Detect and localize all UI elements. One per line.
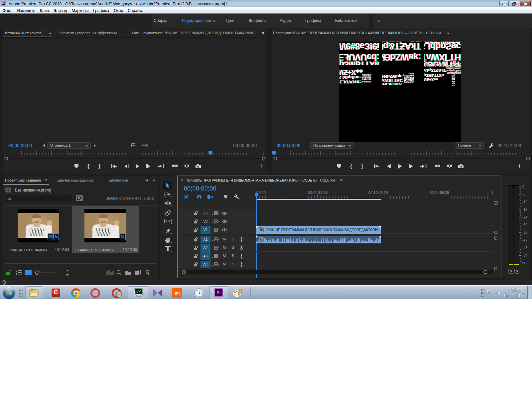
svg-text:{: {: [350, 163, 352, 169]
svg-text:}: }: [361, 163, 363, 169]
svg-text:}: }: [98, 163, 100, 169]
svg-text:{: {: [87, 163, 89, 169]
